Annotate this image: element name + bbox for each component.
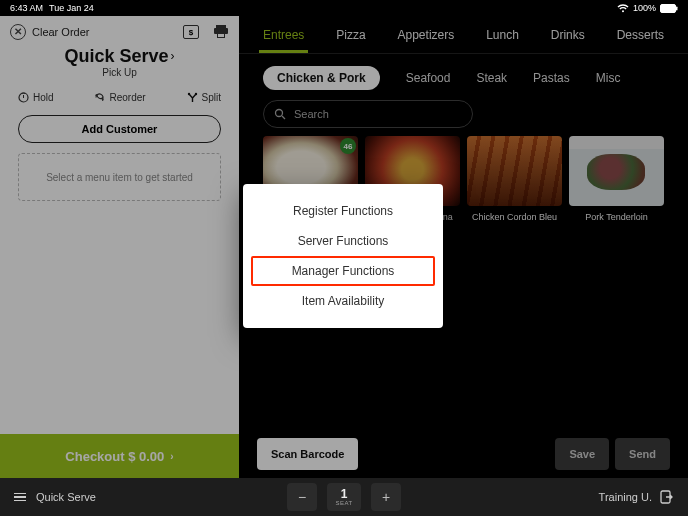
wifi-icon <box>617 4 629 13</box>
status-bar: 6:43 AM Tue Jan 24 100% <box>0 0 688 16</box>
svg-rect-0 <box>661 4 676 12</box>
category-tab-entrees[interactable]: Entrees <box>263 28 304 42</box>
svg-point-9 <box>194 93 196 95</box>
category-tab-pizza[interactable]: Pizza <box>336 28 365 42</box>
functions-popup: Register FunctionsServer FunctionsManage… <box>243 184 443 328</box>
clear-order-label: Clear Order <box>32 26 89 38</box>
printer-icon[interactable] <box>213 25 229 39</box>
battery-percent: 100% <box>633 3 656 13</box>
category-tab-lunch[interactable]: Lunch <box>486 28 519 42</box>
subcategory-tab-chicken-pork[interactable]: Chicken & Pork <box>263 66 380 90</box>
order-subtitle: Pick Up <box>6 67 233 78</box>
popup-item-item-availability[interactable]: Item Availability <box>243 286 443 316</box>
food-image <box>569 136 664 206</box>
stock-badge: 46 <box>340 138 356 154</box>
add-customer-button[interactable]: Add Customer <box>18 115 221 143</box>
svg-rect-1 <box>676 6 678 10</box>
food-image <box>467 136 562 206</box>
category-tab-desserts[interactable]: Desserts <box>617 28 664 42</box>
popup-item-server-functions[interactable]: Server Functions <box>243 226 443 256</box>
popup-item-register-functions[interactable]: Register Functions <box>243 196 443 226</box>
svg-rect-7 <box>23 95 24 98</box>
category-tab-appetizers[interactable]: Appetizers <box>398 28 455 42</box>
close-icon: ✕ <box>10 24 26 40</box>
cash-icon[interactable]: $ <box>183 25 199 39</box>
battery-icon <box>660 4 678 13</box>
category-tabs: EntreesPizzaAppetizersLunchDrinksDessert… <box>239 16 688 54</box>
status-time: 6:43 AM <box>10 3 43 13</box>
food-item[interactable]: Pork Tenderloin <box>569 136 664 230</box>
subcategory-tab-pastas[interactable]: Pastas <box>533 71 570 85</box>
chevron-right-icon: › <box>170 451 173 462</box>
clear-order-button[interactable]: ✕ Clear Order <box>10 24 89 40</box>
search-placeholder: Search <box>294 108 329 120</box>
seat-plus-button[interactable]: + <box>371 483 401 511</box>
food-label: Chicken Cordon Bleu <box>467 212 562 230</box>
search-icon <box>274 108 286 120</box>
chevron-right-icon: › <box>171 49 175 63</box>
popup-item-manager-functions[interactable]: Manager Functions <box>251 256 435 286</box>
status-date: Tue Jan 24 <box>49 3 94 13</box>
subcategory-tab-steak[interactable]: Steak <box>476 71 507 85</box>
svg-point-10 <box>276 110 283 117</box>
seat-minus-button[interactable]: − <box>287 483 317 511</box>
save-button[interactable]: Save <box>555 438 609 470</box>
scan-barcode-button[interactable]: Scan Barcode <box>257 438 358 470</box>
screen-title: Quick Serve <box>36 491 96 503</box>
subcategory-tab-misc[interactable]: Misc <box>596 71 621 85</box>
order-panel: ✕ Clear Order $ Quick Serve› Pick Up <box>0 16 239 478</box>
food-label: Pork Tenderloin <box>569 212 664 230</box>
category-tab-drinks[interactable]: Drinks <box>551 28 585 42</box>
subcategory-tabs: Chicken & PorkSeafoodSteakPastasMisc <box>263 66 664 90</box>
subcategory-tab-seafood[interactable]: Seafood <box>406 71 451 85</box>
search-input[interactable]: Search <box>263 100 473 128</box>
svg-line-11 <box>282 116 285 119</box>
split-button[interactable]: Split <box>187 92 221 103</box>
seat-count[interactable]: 1 SEAT <box>327 483 361 511</box>
hold-button[interactable]: Hold <box>18 92 54 103</box>
svg-point-8 <box>187 93 189 95</box>
bottom-bar: Quick Serve − 1 SEAT + Training U. <box>0 478 688 516</box>
logout-icon <box>660 490 674 504</box>
food-item[interactable]: Chicken Cordon Bleu <box>467 136 562 230</box>
menu-icon[interactable] <box>14 493 26 502</box>
empty-order-hint: Select a menu item to get started <box>18 153 221 201</box>
svg-rect-2 <box>216 25 226 28</box>
reorder-button[interactable]: Reorder <box>94 92 145 103</box>
svg-rect-5 <box>218 34 224 37</box>
order-title[interactable]: Quick Serve› <box>6 46 233 67</box>
send-button[interactable]: Send <box>615 438 670 470</box>
checkout-button[interactable]: Checkout $ 0.00 › <box>0 434 239 478</box>
user-menu-button[interactable]: Training U. <box>599 490 674 504</box>
